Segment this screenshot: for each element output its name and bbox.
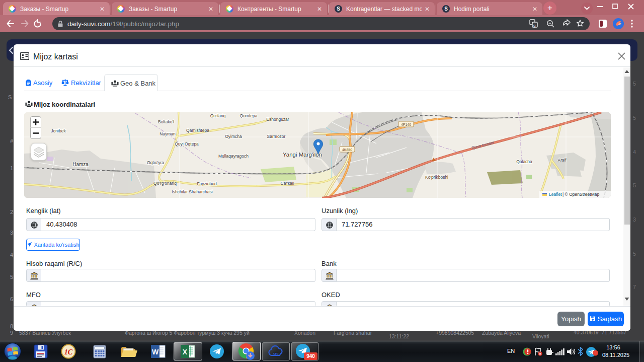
svg-text:W: W	[152, 348, 159, 356]
svg-text:Ishchilar Shaharchasi: Ishchilar Shaharchasi	[172, 189, 212, 194]
svg-text:Fayziobod: Fayziobod	[197, 181, 216, 186]
svg-text:Ko'prikboshi: Ko'prikboshi	[425, 175, 448, 180]
svg-text:Саткак: Саткак	[280, 181, 294, 186]
svg-text:Sarmozor: Sarmozor	[267, 134, 286, 139]
svg-text:Qamishtepa: Qamishtepa	[186, 128, 209, 133]
svg-text:g: g	[533, 23, 535, 28]
svg-text:Eshonguzar: Eshonguzar	[266, 117, 289, 122]
svg-text:Leaflet: Leaflet	[549, 192, 562, 197]
svg-text:Hamza: Hamza	[72, 162, 89, 167]
svg-text:Arsif: Arsif	[558, 158, 567, 163]
svg-text:Qizilariq: Qizilariq	[210, 113, 226, 118]
svg-text:Jonibek: Jonibek	[51, 128, 66, 133]
svg-text:Oqbo'yra: Oqbo'yra	[147, 160, 164, 165]
svg-text:1С: 1С	[64, 348, 73, 356]
svg-text:| © OpenStreetMap: | © OpenStreetMap	[562, 192, 599, 197]
svg-text:ATC: ATC	[273, 352, 279, 355]
svg-text:X: X	[183, 348, 188, 356]
svg-text:Qalacha: Qalacha	[516, 159, 532, 164]
svg-text:Nayman: Nayman	[159, 131, 176, 136]
svg-text:Quyi Oqtepa: Quyi Oqtepa	[175, 141, 199, 147]
svg-text:Oyimcha: Oyimcha	[225, 134, 242, 139]
svg-text:Qumtepa: Qumtepa	[240, 113, 258, 118]
svg-text:Qo'rg'onariq: Qo'rg'onariq	[153, 181, 177, 186]
svg-text:Boltako'l: Boltako'l	[158, 119, 174, 124]
svg-text:Yangi Marg'ilon: Yangi Marg'ilon	[283, 152, 322, 158]
svg-text:4K850: 4K850	[342, 148, 352, 152]
svg-text:4P140: 4P140	[401, 123, 411, 126]
svg-text:Mullaqayragoch: Mullaqayragoch	[218, 154, 249, 159]
